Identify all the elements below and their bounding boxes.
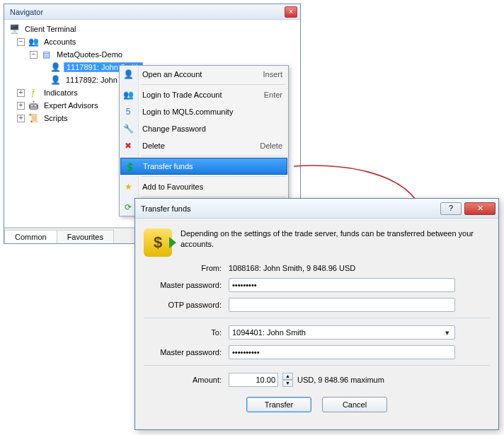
user-icon: 👤 <box>50 62 61 73</box>
collapse-icon[interactable]: − <box>17 38 25 46</box>
menu-label: Delete <box>142 141 260 150</box>
amount-suffix: USD, 9 848.96 maximum <box>297 376 384 384</box>
menu-change-password[interactable]: 🔧 Change Password <box>120 120 288 137</box>
password-icon: 🔧 <box>122 123 134 134</box>
menu-label: Transfer funds <box>143 162 281 170</box>
dialog-description: Depending on the settings of the trade s… <box>181 228 490 257</box>
expand-icon[interactable]: + <box>17 102 25 110</box>
tree-accounts[interactable]: − 👥 Accounts <box>8 35 296 48</box>
tree-label: Scripts <box>42 114 70 122</box>
menu-separator <box>141 156 285 156</box>
dollar-arrow-icon: $ <box>144 228 172 257</box>
menu-label: Open an Account <box>142 70 263 79</box>
master-password-label-2: Master password: <box>144 348 229 356</box>
user-icon: 👤 <box>50 74 61 86</box>
context-menu: 👤 Open an Account Insert 👥 Login to Trad… <box>119 65 289 216</box>
navigator-titlebar[interactable]: Navigator × <box>4 4 300 20</box>
tree-label: Client Terminal <box>23 25 79 33</box>
terminal-icon: 🖥️ <box>8 23 20 35</box>
mql5-icon: 5 <box>122 106 134 117</box>
menu-transfer-funds[interactable]: 💲 Transfer funds <box>120 158 287 175</box>
menu-label: Change Password <box>142 124 282 133</box>
master-password-input-2[interactable] <box>229 345 455 359</box>
accounts-icon: 👥 <box>28 36 39 47</box>
menu-shortcut: Enter <box>264 91 282 99</box>
otp-password-label: OTP password: <box>144 301 229 309</box>
expand-icon[interactable]: + <box>17 115 25 122</box>
close-button[interactable]: ✕ <box>464 202 496 215</box>
menu-delete[interactable]: ✖ Delete Delete <box>120 137 288 154</box>
tree-label: MetaQuotes-Demo <box>55 50 125 59</box>
to-account-value: 1094401: John Smith <box>232 328 306 337</box>
new-account-icon: 👤 <box>122 69 134 80</box>
menu-label: Add to Favourites <box>142 182 282 191</box>
transfer-icon: 💲 <box>124 161 135 173</box>
login-icon: 👥 <box>122 89 134 100</box>
menu-separator <box>141 176 285 177</box>
menu-shortcut: Insert <box>263 70 282 79</box>
experts-icon: 🤖 <box>28 100 39 111</box>
stepper-down-icon[interactable]: ▼ <box>282 380 293 387</box>
tab-favourites[interactable]: Favourites <box>57 230 114 243</box>
refresh-icon: ⟳ <box>122 202 134 213</box>
menu-separator <box>141 84 285 85</box>
close-icon[interactable]: × <box>285 6 297 18</box>
menu-label: Login to Trade Account <box>142 91 264 99</box>
dialog-separator <box>144 318 490 318</box>
server-icon: ▤ <box>40 49 52 60</box>
transfer-button[interactable]: Transfer <box>246 397 311 412</box>
menu-blank-1[interactable]: ⟳ <box>120 199 288 216</box>
scripts-icon: 📜 <box>28 112 39 124</box>
master-password-label: Master password: <box>144 281 229 289</box>
transfer-dialog: Transfer funds ? ✕ $ Depending on the se… <box>134 198 499 430</box>
from-value: 1088168: John Smith, 9 848.96 USD <box>229 264 490 272</box>
stepper-up-icon[interactable]: ▲ <box>282 373 293 380</box>
menu-open-account[interactable]: 👤 Open an Account Insert <box>120 66 288 83</box>
menu-shortcut: Delete <box>260 141 282 150</box>
amount-input[interactable] <box>229 373 278 387</box>
menu-login-trade[interactable]: 👥 Login to Trade Account Enter <box>120 86 288 103</box>
otp-password-input[interactable] <box>229 298 455 312</box>
help-button[interactable]: ? <box>440 202 462 215</box>
expand-icon[interactable]: + <box>17 89 25 97</box>
star-icon: ★ <box>122 181 134 192</box>
indicators-icon: ƒ <box>28 87 39 98</box>
master-password-input[interactable] <box>229 278 455 292</box>
tab-common[interactable]: Common <box>4 230 57 243</box>
delete-icon: ✖ <box>122 140 134 151</box>
cancel-button[interactable]: Cancel <box>322 397 387 412</box>
tree-label: Expert Advisors <box>42 101 100 110</box>
tree-label: Accounts <box>42 37 78 46</box>
collapse-icon[interactable]: − <box>30 51 38 59</box>
dialog-separator <box>144 365 490 366</box>
tree-root[interactable]: 🖥️ Client Terminal <box>8 23 296 35</box>
to-account-select[interactable]: 1094401: John Smith ▾ <box>229 325 455 340</box>
to-label: To: <box>144 328 229 337</box>
menu-add-favourites[interactable]: ★ Add to Favourites <box>120 178 288 195</box>
amount-label: Amount: <box>144 376 229 384</box>
from-label: From: <box>144 264 229 272</box>
tree-label: Indicators <box>42 88 80 97</box>
menu-login-mql5[interactable]: 5 Login to MQL5.community <box>120 103 288 120</box>
menu-label: Login to MQL5.community <box>142 108 282 116</box>
navigator-title: Navigator <box>7 8 285 16</box>
dialog-body: $ Depending on the settings of the trade… <box>135 219 498 429</box>
menu-separator <box>141 197 285 197</box>
chevron-down-icon: ▾ <box>442 327 453 338</box>
tree-demo-server[interactable]: − ▤ MetaQuotes-Demo <box>8 48 296 61</box>
amount-stepper: ▲ ▼ <box>282 373 293 387</box>
